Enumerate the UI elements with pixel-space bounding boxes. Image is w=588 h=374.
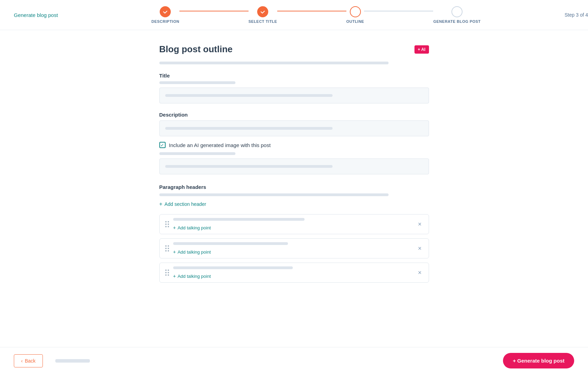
talking-plus-icon-2: + <box>173 249 176 255</box>
section-2-skeleton <box>173 242 288 245</box>
dot2-4 <box>168 248 169 249</box>
add-talking-point-3[interactable]: + Add talking point <box>173 273 211 279</box>
dot3-6 <box>168 274 169 276</box>
connector-2-3 <box>277 11 346 11</box>
dot2-5 <box>165 250 167 252</box>
close-section-3[interactable]: × <box>417 270 423 276</box>
dot3-1 <box>165 270 167 271</box>
section-3-skeleton <box>173 266 293 269</box>
dot3 <box>165 224 167 225</box>
step-generate: GENERATE BLOG POST <box>433 6 480 24</box>
step-label-4: GENERATE BLOG POST <box>433 19 480 24</box>
image-input-skeleton[interactable] <box>159 158 429 174</box>
top-nav: Generate blog post DESCRIPTION SELECT TI… <box>0 0 588 30</box>
title-label: Title <box>159 73 429 79</box>
description-label: Description <box>159 112 429 118</box>
back-button-label: Back <box>25 358 36 364</box>
step-description: DESCRIPTION <box>151 6 179 24</box>
dot3-3 <box>165 272 167 273</box>
ai-image-checkbox[interactable]: ✓ <box>159 142 166 148</box>
dot1 <box>165 221 167 222</box>
close-section-1[interactable]: × <box>417 221 423 227</box>
next-placeholder <box>55 359 90 363</box>
section-1-content: + Add talking point <box>173 218 412 230</box>
add-talking-point-1[interactable]: + Add talking point <box>173 225 211 230</box>
generate-blog-post-button[interactable]: + Generate blog post <box>503 353 574 368</box>
add-section-plus-icon: + <box>159 201 162 207</box>
section-item-3: + Add talking point × <box>159 263 429 283</box>
dot6 <box>168 226 169 227</box>
page-title: Blog post outline <box>159 44 233 55</box>
skeleton-top <box>159 62 389 64</box>
title-input-skeleton[interactable] <box>159 88 429 103</box>
section-item-3-header: + Add talking point × <box>160 263 429 282</box>
main-content: Blog post outline + AI Title Description… <box>139 30 450 328</box>
close-icon-2: × <box>418 245 422 252</box>
step-circle-4 <box>451 6 463 17</box>
add-talking-label-3: Add talking point <box>178 274 211 279</box>
section-item-1: + Add talking point × <box>159 214 429 234</box>
add-talking-point-2[interactable]: + Add talking point <box>173 249 211 255</box>
connector-3-4 <box>364 11 433 11</box>
dot2-2 <box>168 245 169 247</box>
connector-1-2 <box>179 11 249 11</box>
back-button[interactable]: ‹ Back <box>14 354 43 367</box>
checkmark-icon: ✓ <box>160 143 164 147</box>
dot2-3 <box>165 248 167 249</box>
talking-plus-icon-1: + <box>173 225 176 230</box>
close-icon-1: × <box>418 221 422 228</box>
paragraph-headers-label: Paragraph headers <box>159 184 429 190</box>
step-label-1: DESCRIPTION <box>151 19 179 24</box>
dot2-6 <box>168 250 169 252</box>
section-item-1-header: + Add talking point × <box>160 215 429 234</box>
step-label-2: SELECT TITLE <box>249 19 277 24</box>
section-items-list: + Add talking point × <box>159 214 429 283</box>
ai-image-checkbox-label: Include an AI generated image with this … <box>169 142 271 148</box>
ai-badge[interactable]: + AI <box>414 45 429 54</box>
section-1-skeleton <box>173 218 305 221</box>
add-section-header-label: Add section header <box>165 201 206 207</box>
stepper: DESCRIPTION SELECT TITLE OUTLINE GENERAT… <box>58 6 574 24</box>
generate-button-label: + Generate blog post <box>513 358 564 364</box>
step-counter: Step 3 of 4 <box>564 12 588 18</box>
step-label-3: OUTLINE <box>346 19 364 24</box>
back-arrow-icon: ‹ <box>21 358 23 364</box>
section-item-2-header: + Add talking point × <box>160 239 429 258</box>
title-skeleton-val <box>159 81 235 84</box>
drag-handle-3[interactable] <box>165 270 169 276</box>
dot2-1 <box>165 245 167 247</box>
section-2-content: + Add talking point <box>173 242 412 255</box>
step-circle-1 <box>160 6 171 17</box>
image-label-skeleton <box>159 152 235 155</box>
add-talking-label-1: Add talking point <box>178 225 211 230</box>
drag-handle-2[interactable] <box>165 245 169 252</box>
app-title: Generate blog post <box>14 12 58 18</box>
step-circle-3 <box>350 6 361 17</box>
talking-plus-icon-3: + <box>173 273 176 279</box>
close-section-2[interactable]: × <box>417 245 423 252</box>
add-talking-label-2: Add talking point <box>178 249 211 255</box>
step-select-title: SELECT TITLE <box>249 6 277 24</box>
step-outline: OUTLINE <box>346 6 364 24</box>
section-3-content: + Add talking point <box>173 266 412 279</box>
dot3-5 <box>165 274 167 276</box>
step-circle-2 <box>257 6 268 17</box>
dot2 <box>168 221 169 222</box>
bottom-bar: ‹ Back + Generate blog post <box>0 347 588 374</box>
dot3-2 <box>168 270 169 271</box>
dot3-4 <box>168 272 169 273</box>
page-header: Blog post outline + AI <box>159 44 429 55</box>
ai-image-checkbox-row: ✓ Include an AI generated image with thi… <box>159 142 429 148</box>
drag-handle-1[interactable] <box>165 221 169 227</box>
add-section-header-button[interactable]: + Add section header <box>159 201 206 207</box>
dot4 <box>168 224 169 225</box>
section-item-2: + Add talking point × <box>159 238 429 258</box>
close-icon-3: × <box>418 269 422 276</box>
dot5 <box>165 226 167 227</box>
description-input-skeleton[interactable] <box>159 120 429 136</box>
paragraph-skeleton-bar <box>159 193 389 196</box>
